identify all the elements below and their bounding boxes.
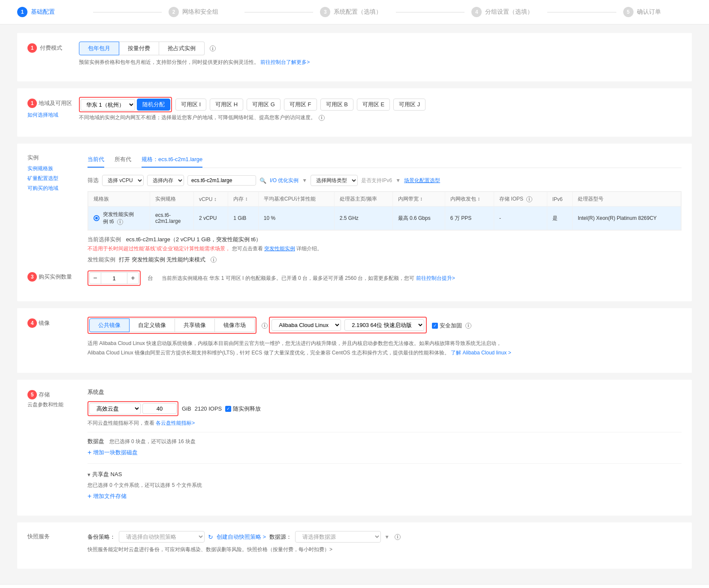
backup-select[interactable]: 请选择自动快照策略 [119,531,205,543]
advanced-config-link[interactable]: 场景化配置选型 [404,177,440,184]
badge-3: 3 [27,272,37,282]
add-data-disk-btn[interactable]: + 增加一块数据磁盘 [87,449,682,456]
zone-B[interactable]: 可用区 B [320,99,353,111]
badge-5: 5 [27,390,37,399]
qty-plus-btn[interactable]: + [127,272,139,284]
td-memory: 1 GiB [228,207,259,230]
mirror-tab-public[interactable]: 公共镜像 [89,318,130,332]
zone-E[interactable]: 可用区 E [357,99,390,111]
instance-link-1[interactable]: 实例规格族 [27,165,53,172]
disk-size-input[interactable] [142,403,177,414]
step-circle-5: 5 [623,7,634,17]
td-bandwidth: 最高 0.6 Gbps [392,207,445,230]
step-line-1 [93,12,162,12]
chevron-down-icon: ▾ [87,471,91,478]
quantity-control: − + [89,272,139,284]
mirror-tab-custom[interactable]: 自定义镜像 [130,318,175,332]
mirror-info-icon[interactable]: ℹ [262,323,268,329]
release-checkbox[interactable]: ✓ [225,406,231,412]
zone-G[interactable]: 可用区 G [247,99,281,111]
step-3: 3 系统配置（选填） [320,7,389,17]
sys-disk-row: 高效云盘 GiB 2120 IOPS ✓ 随实例释放 [87,401,682,416]
net-type-filter[interactable]: 选择网络类型 [311,175,358,186]
storage-hint-link[interactable]: 各云盘性能指标> [156,420,195,426]
add-file-storage-btn[interactable]: + 增加文件存储 [87,492,682,500]
disk-type-select[interactable]: 高效云盘 [89,403,141,414]
mirror-row: 4 镜像 公共镜像 自定义镜像 共享镜像 镜像市场 ℹ Alibaba Cl [27,317,682,357]
tab-baonian[interactable]: 包年包月 [79,42,119,55]
source-select[interactable]: 请选择数据源 [295,531,381,543]
tab-qiangzhan[interactable]: 抢占式实例 [159,42,205,55]
step-1: 1 基础配置 [17,7,86,17]
payment-hint-link[interactable]: 前往控制台了解更多> [260,59,310,65]
tab-anliang[interactable]: 按量付费 [119,42,159,55]
zone-I[interactable]: 可用区 I [175,99,206,111]
quick-info-icon[interactable]: ℹ [395,534,401,540]
region-sub-link[interactable]: 如何选择地域 [27,111,58,119]
qty-hint-link[interactable]: 前往控制台提升> [416,275,455,281]
security-checkbox[interactable]: ✓ [432,323,438,329]
disk-type-box: 高效云盘 [87,401,178,416]
region-row-container: 1 地域及可用区 如何选择地域 华东 1（杭州） 随机分配 可用区 I 可用区 … [27,97,682,121]
security-info-icon[interactable]: ℹ [465,323,471,329]
iops-info-icon[interactable]: ℹ [526,196,532,202]
step-circle-4: 4 [471,7,482,17]
td-cpu-model: Intel(R) Xeon(R) Platinum 8269CY [573,207,681,230]
burst-mode-info[interactable]: ℹ [211,257,217,263]
ipv6-arrow: ▼ [395,177,401,183]
td-ipv6: 是 [547,207,572,230]
td-cpu-freq: 2.5 GHz [334,207,392,230]
region-content: 华东 1（杭州） 随机分配 可用区 I 可用区 H 可用区 G 可用区 F 可用… [79,97,682,121]
quantity-control-box: − + [87,270,141,286]
create-strategy-link[interactable]: 创建自动快照策略 > [217,533,266,541]
region-info-icon[interactable]: ℹ [319,115,325,121]
region-select[interactable]: 华东 1（杭州） [81,99,135,111]
qty-unit: 台 [148,274,153,282]
mirror-learn-link[interactable]: 了解 Alibaba Cloud linux > [451,350,511,356]
step-line-2 [244,12,314,12]
instance-link-2[interactable]: 矿量配置选型 [27,175,58,182]
table-row[interactable]: 突发性能实例 例 t6 ℹ ecs.t6- c2m1.large 2 [88,207,681,230]
burst-link[interactable]: 突发性能实例 [264,246,295,252]
nas-collapse[interactable]: ▾ 共享盘 NAS [87,471,682,478]
memory-filter[interactable]: 选择内存 [147,175,184,186]
vcpu-filter[interactable]: 选择 vCPU [102,175,144,186]
instance-table: 规格族 实例规格 vCPU ↕ 内存 ↕ 平均基准CPU计算性能 处理器主页/频… [88,192,681,230]
payment-section: 1 付费模式 包年包月 按量付费 抢占式实例 ℹ 预留实例券价格和包年包月相近，… [17,33,692,81]
io-opt-link[interactable]: I/O 优化实例 [270,177,299,184]
storage-row: 5 存储 云盘参数和性能 系统盘 高效云盘 GiB 2120 IOPS [27,388,682,500]
data-disk-hint: 您已选择 0 块盘，还可以选择 16 块盘 [109,438,196,444]
mirror-version-select[interactable]: 2.1903 64位 快速启动版 [344,319,424,331]
filter-label: 筛选 [87,177,99,184]
bottom-bar: 6 购买时长： 1个月 配置费用： $ ** ** USD 下一步：网络和安全组… [0,584,709,588]
tab-all-gen[interactable]: 所有代 [115,152,131,168]
mirror-selects-box: Alibaba Cloud Linux 2.1903 64位 快速启动版 [269,317,427,333]
zone-H[interactable]: 可用区 H [210,99,243,111]
step-line-3 [396,12,465,12]
search-icon: 🔍 [259,177,266,184]
instance-tab-group: 当前代 所有代 规格：ecs.t6-c2m1.large [87,152,682,168]
burst-info-icon[interactable]: ℹ [117,219,123,225]
qty-hint: 当前所选实例规格在 华东 1 可用区 I 的包配额最多。已开通 0 台，最多还可… [162,275,455,282]
tab-current-gen[interactable]: 当前代 [87,152,104,168]
zone-J[interactable]: 可用区 J [393,99,425,111]
quick-selects-row: 备份策略： 请选择自动快照策略 ↻ 创建自动快照策略 > 数据源： 请选择数据源… [87,531,682,543]
payment-info-icon[interactable]: ℹ [210,45,216,51]
qty-input[interactable] [101,272,127,284]
mirror-tab-shared[interactable]: 共享镜像 [175,318,215,332]
instance-link-3[interactable]: 可购买的地域 [27,185,58,192]
random-assign-btn[interactable]: 随机分配 [137,99,170,111]
tab-spec[interactable]: 规格：ecs.t6-c2m1.large [142,152,202,168]
th-cpu-perf: 平均基准CPU计算性能 [258,192,334,207]
td-spec: ecs.t6- c2m1.large [150,207,193,230]
payment-hint: 预留实例券价格和包年包月相近，支持部分预付，同时提供更好的实例灵活性。 前往控制… [79,59,682,66]
mirror-os-select[interactable]: Alibaba Cloud Linux [272,319,341,331]
io-opt-arrow: ▼ [302,177,307,183]
instance-warning: 不适用于长时间超过性能'基线'或'企业'稳定计算性能需求场景， 您可点击查看 突… [87,245,682,252]
spec-search-input[interactable] [187,175,256,186]
qty-minus-btn[interactable]: − [89,272,101,284]
refresh-icon[interactable]: ↻ [208,534,213,540]
storage-label: 5 存储 云盘参数和性能 [27,388,87,408]
mirror-tab-market[interactable]: 镜像市场 [215,318,255,332]
zone-F[interactable]: 可用区 F [284,99,317,111]
